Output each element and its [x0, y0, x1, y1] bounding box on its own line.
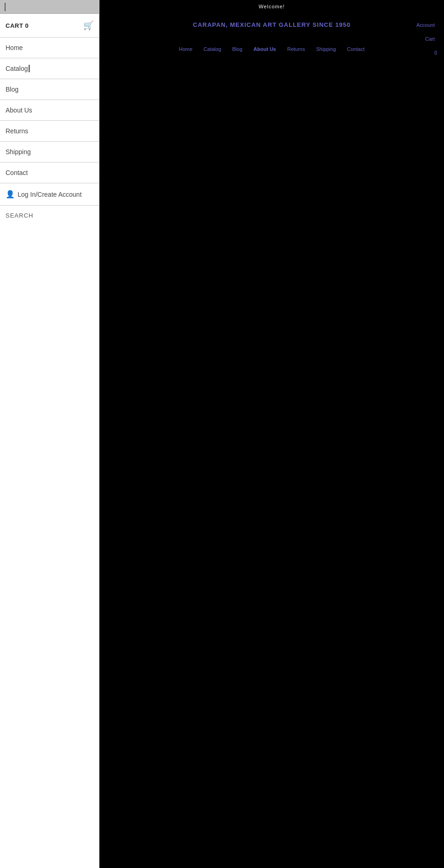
- main-nav-blog[interactable]: Blog: [227, 44, 248, 54]
- main-topbar: Welcome!: [99, 0, 444, 13]
- site-title: CARAPAN, MEXICAN ART GALLERY SINCE 1950: [193, 21, 351, 28]
- sidebar: CART 0 🛒 Home Catalog Blog About Us Retu…: [0, 0, 99, 868]
- cart-icon: 🛒: [83, 20, 93, 31]
- sidebar-item-catalog[interactable]: Catalog: [0, 58, 99, 79]
- main-nav: Home Catalog Blog About Us Returns Shipp…: [99, 40, 444, 58]
- main-nav-home[interactable]: Home: [173, 44, 198, 54]
- sidebar-item-about-us[interactable]: About Us: [0, 100, 99, 121]
- sidebar-item-blog[interactable]: Blog: [0, 79, 99, 100]
- search-label: SEARCH: [6, 212, 33, 219]
- header-cart-count: 0: [434, 50, 437, 56]
- main-content: Welcome! CARAPAN, MEXICAN ART GALLERY SI…: [99, 0, 444, 868]
- main-header: CARAPAN, MEXICAN ART GALLERY SINCE 1950 …: [99, 13, 444, 40]
- header-cart-link[interactable]: Cart: [425, 36, 435, 42]
- sidebar-topbar: [0, 0, 99, 14]
- main-nav-contact[interactable]: Contact: [341, 44, 370, 54]
- main-nav-returns[interactable]: Returns: [282, 44, 311, 54]
- main-nav-catalog[interactable]: Catalog: [198, 44, 227, 54]
- login-button[interactable]: 👤 Log In/Create Account: [0, 183, 99, 206]
- header-account-link[interactable]: Account: [416, 22, 435, 28]
- sidebar-item-home[interactable]: Home: [0, 37, 99, 58]
- main-nav-about-us[interactable]: About Us: [248, 44, 282, 54]
- catalog-cursor: [29, 65, 30, 72]
- search-button[interactable]: SEARCH: [0, 206, 99, 225]
- sidebar-item-returns[interactable]: Returns: [0, 121, 99, 142]
- cart-label: CART 0: [6, 22, 29, 29]
- welcome-text: Welcome!: [259, 4, 285, 9]
- sidebar-item-shipping[interactable]: Shipping: [0, 142, 99, 162]
- catalog-label: Catalog: [6, 65, 28, 72]
- sidebar-line: [5, 3, 6, 11]
- site-subtitle: ·: [271, 29, 272, 33]
- main-nav-shipping[interactable]: Shipping: [310, 44, 341, 54]
- login-label: Log In/Create Account: [18, 191, 82, 198]
- cart-button[interactable]: CART 0 🛒: [0, 14, 99, 37]
- main-body: [99, 58, 444, 799]
- user-icon: 👤: [6, 190, 15, 199]
- sidebar-item-contact[interactable]: Contact: [0, 162, 99, 183]
